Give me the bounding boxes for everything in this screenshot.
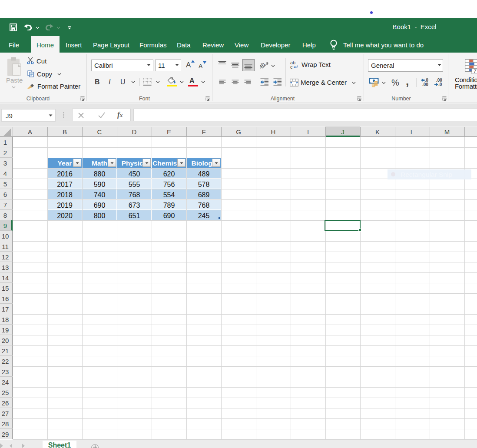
svg-text:7: 7 [474,69,477,74]
svg-text:c: c [290,64,293,69]
svg-text:.00: .00 [422,82,428,86]
svg-text:.0: .0 [438,82,442,86]
